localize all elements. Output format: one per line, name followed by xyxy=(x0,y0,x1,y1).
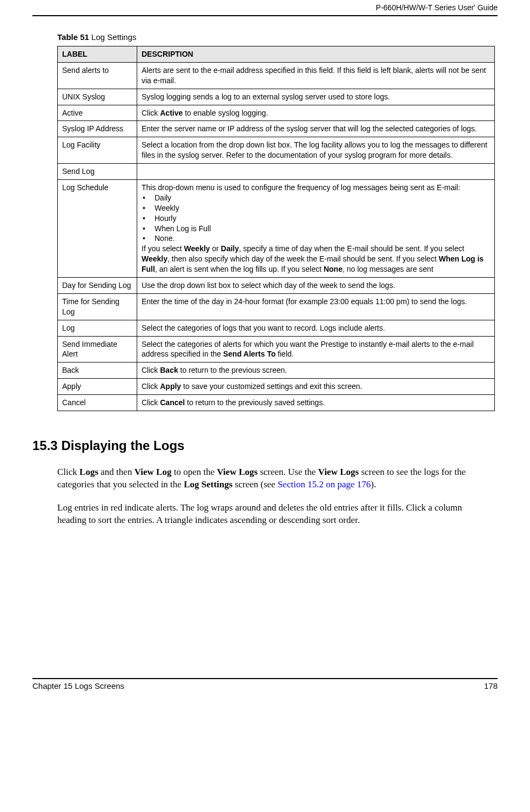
table-row: Day for Sending Log Use the drop down li… xyxy=(58,278,495,294)
list-item: Daily xyxy=(142,193,490,203)
desc-cell: Enter the server name or IP address of t… xyxy=(137,121,495,137)
label-cell: Active xyxy=(58,105,137,121)
table-row: Cancel Click Cancel to return to the pre… xyxy=(58,395,495,411)
table-row: Send Log xyxy=(58,164,495,180)
table-row: Send Immediate Alert Select the categori… xyxy=(58,336,495,363)
desc-cell: Click Cancel to return to the previously… xyxy=(137,395,495,411)
desc-cell: Click Active to enable syslog logging. xyxy=(137,105,495,121)
table-title: Log Settings xyxy=(89,32,137,42)
label-cell: Log Schedule xyxy=(58,180,137,278)
label-cell: Cancel xyxy=(58,395,137,411)
table-row: UNIX Syslog Syslog logging sends a log t… xyxy=(58,89,495,105)
desc-cell: This drop-down menu is used to configure… xyxy=(137,180,495,278)
cross-reference-link[interactable]: Section 15.2 on page 176 xyxy=(278,479,371,489)
label-cell: Apply xyxy=(58,379,137,395)
log-schedule-notes: If you select Weekly or Daily, specify a… xyxy=(142,244,490,274)
list-item: When Log is Full xyxy=(142,224,490,234)
desc-cell: Syslog logging sends a log to an externa… xyxy=(137,89,495,105)
label-cell: Time for Sending Log xyxy=(58,293,137,320)
table-row: Time for Sending Log Enter the time of t… xyxy=(58,293,495,320)
label-cell: Send alerts to xyxy=(58,62,137,89)
table-row: Send alerts to Alerts are sent to the e-… xyxy=(58,62,495,89)
table-number: Table 51 xyxy=(57,32,89,42)
list-item: None. xyxy=(142,233,490,244)
label-cell: Syslog IP Address xyxy=(58,121,137,137)
list-item: Hourly xyxy=(142,213,490,224)
col-header-label: LABEL xyxy=(58,46,137,63)
body-paragraph-2: Log entries in red indicate alerts. The … xyxy=(57,502,489,527)
body-paragraph-1: Click Logs and then View Log to open the… xyxy=(57,466,489,491)
table-row: Log Select the categories of logs that y… xyxy=(58,320,495,336)
desc-cell: Select the categories of alerts for whic… xyxy=(137,336,495,363)
log-settings-table: LABEL DESCRIPTION Send alerts to Alerts … xyxy=(57,46,495,411)
header-rule xyxy=(32,15,498,16)
desc-cell: Select the categories of logs that you w… xyxy=(137,320,495,336)
desc-cell: Enter the time of the day in 24-hour for… xyxy=(137,293,495,320)
section-heading: 15.3 Displaying the Logs xyxy=(32,438,498,453)
label-cell: Back xyxy=(58,363,137,379)
table-caption: Table 51 Log Settings xyxy=(57,32,498,42)
label-cell: Day for Sending Log xyxy=(58,278,137,294)
desc-cell: Click Back to return to the previous scr… xyxy=(137,363,495,379)
label-cell: Log xyxy=(58,320,137,336)
desc-cell: Select a location from the drop down lis… xyxy=(137,137,495,164)
footer-page-number: 178 xyxy=(484,681,498,690)
header-guide-title: P-660H/HW/W-T Series User' Guide xyxy=(32,3,498,12)
table-row: Log Schedule This drop-down menu is used… xyxy=(58,180,495,278)
label-cell: Send Log xyxy=(58,164,137,180)
desc-cell xyxy=(137,164,495,180)
desc-cell: Use the drop down list box to select whi… xyxy=(137,278,495,294)
page-footer: Chapter 15 Logs Screens 178 xyxy=(32,678,498,690)
log-schedule-bullets: Daily Weekly Hourly When Log is Full Non… xyxy=(142,193,490,244)
desc-cell: Alerts are sent to the e-mail address sp… xyxy=(137,62,495,89)
table-row: Apply Click Apply to save your customize… xyxy=(58,379,495,395)
col-header-description: DESCRIPTION xyxy=(137,46,495,63)
label-cell: Send Immediate Alert xyxy=(58,336,137,363)
table-header-row: LABEL DESCRIPTION xyxy=(58,46,495,63)
list-item: Weekly xyxy=(142,203,490,213)
table-row: Log Facility Select a location from the … xyxy=(58,137,495,164)
table-row: Back Click Back to return to the previou… xyxy=(58,363,495,379)
label-cell: Log Facility xyxy=(58,137,137,164)
desc-cell: Click Apply to save your customized sett… xyxy=(137,379,495,395)
table-row: Syslog IP Address Enter the server name … xyxy=(58,121,495,137)
footer-chapter: Chapter 15 Logs Screens xyxy=(32,681,124,690)
log-schedule-intro: This drop-down menu is used to configure… xyxy=(142,183,490,193)
table-row: Active Click Active to enable syslog log… xyxy=(58,105,495,121)
label-cell: UNIX Syslog xyxy=(58,89,137,105)
